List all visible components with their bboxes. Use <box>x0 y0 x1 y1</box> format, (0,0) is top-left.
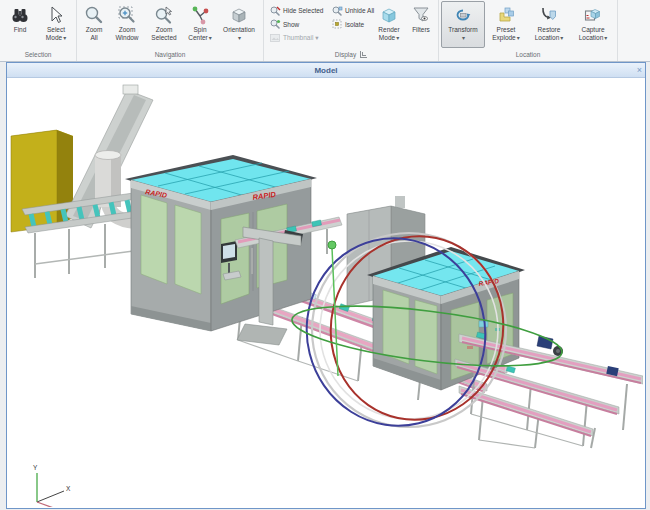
isolate-button[interactable]: Isolate <box>328 18 372 32</box>
dropdown-arrow-icon: ▾ <box>604 35 607 41</box>
model-panel-title: Model <box>314 66 337 75</box>
dropdown-arrow-icon: ▾ <box>315 34 318 42</box>
zoom-all-button[interactable]: Zoom All <box>79 1 109 48</box>
unhide-all-icon <box>331 5 343 17</box>
spin-center-icon <box>190 4 210 26</box>
dropdown-arrow-icon: ▾ <box>462 35 465 41</box>
ribbon-group-location: Transform ▾ Preset Explode▾ Restore Loca… <box>439 0 618 61</box>
ribbon-group-display: Hide Selected Unhide All Show Isolate Th… <box>264 0 439 61</box>
ribbon: Find Select Mode▾ Selection Zoom All <box>0 0 650 62</box>
ribbon-group-selection: Find Select Mode▾ Selection <box>0 0 77 61</box>
model-viewport[interactable]: RAPID RAPID <box>7 78 643 507</box>
restore-location-icon <box>539 4 559 26</box>
render-mode-cube-icon <box>379 4 399 26</box>
dropdown-arrow-icon: ▾ <box>560 35 563 41</box>
close-icon[interactable]: × <box>637 63 642 77</box>
group-label-navigation: Navigation <box>79 48 261 61</box>
show-icon <box>269 18 281 30</box>
zoom-window-button[interactable]: Zoom Window <box>109 1 145 48</box>
restore-location-button[interactable]: Restore Location▾ <box>527 1 571 48</box>
thumbnail-button[interactable]: Thumbnail ▾ <box>266 31 328 45</box>
group-label-display: Display <box>266 48 436 61</box>
orientation-cube-icon <box>229 4 249 26</box>
zoom-window-icon <box>117 4 137 26</box>
display-dialog-launcher-icon[interactable] <box>360 51 367 58</box>
show-button[interactable]: Show <box>266 18 328 32</box>
ribbon-empty-area <box>618 0 650 61</box>
model-panel: Model × <box>6 62 646 509</box>
axis-triad: Y X Z <box>33 464 71 507</box>
capture-location-button[interactable]: Capture Location▾ <box>571 1 615 48</box>
axis-y-label: Y <box>33 464 38 471</box>
dropdown-arrow-icon: ▾ <box>396 35 399 41</box>
hide-selected-icon <box>269 5 281 17</box>
dropdown-arrow-icon: ▾ <box>63 35 66 41</box>
dropdown-arrow-icon: ▾ <box>238 35 241 41</box>
filters-funnel-icon <box>411 4 431 26</box>
group-label-selection: Selection <box>2 48 74 61</box>
transform-button[interactable]: Transform ▾ <box>441 1 485 48</box>
orientation-button[interactable]: Orientation ▾ <box>217 1 261 48</box>
zoom-selected-button[interactable]: Zoom Selected <box>145 1 183 48</box>
ribbon-group-navigation: Zoom All Zoom Window Zoom Selected <box>77 0 264 61</box>
group-label-location: Location <box>441 48 615 61</box>
dropdown-arrow-icon: ▾ <box>517 35 520 41</box>
cursor-icon <box>46 4 66 26</box>
binoculars-icon <box>10 4 30 26</box>
thumbnail-icon <box>269 32 281 44</box>
find-button[interactable]: Find <box>2 1 38 48</box>
select-mode-button[interactable]: Select Mode▾ <box>38 1 74 48</box>
model-panel-titlebar[interactable]: Model × <box>7 63 645 78</box>
filters-button[interactable]: Filters <box>406 1 436 48</box>
hide-selected-button[interactable]: Hide Selected <box>266 4 328 18</box>
zoom-selected-icon <box>154 4 174 26</box>
zoom-all-icon <box>84 4 104 26</box>
unhide-all-button[interactable]: Unhide All <box>328 4 372 18</box>
axis-x-label: X <box>66 485 71 492</box>
preset-explode-icon <box>496 4 516 26</box>
render-mode-button[interactable]: Render Mode▾ <box>372 1 406 48</box>
spin-center-button[interactable]: Spin Center▾ <box>183 1 217 48</box>
capture-location-icon <box>583 4 603 26</box>
isolate-icon <box>331 18 343 30</box>
preset-explode-button[interactable]: Preset Explode▾ <box>485 1 527 48</box>
dropdown-arrow-icon: ▾ <box>209 35 212 41</box>
transform-icon <box>453 4 473 26</box>
gizmo-drag-handle[interactable] <box>328 241 336 249</box>
